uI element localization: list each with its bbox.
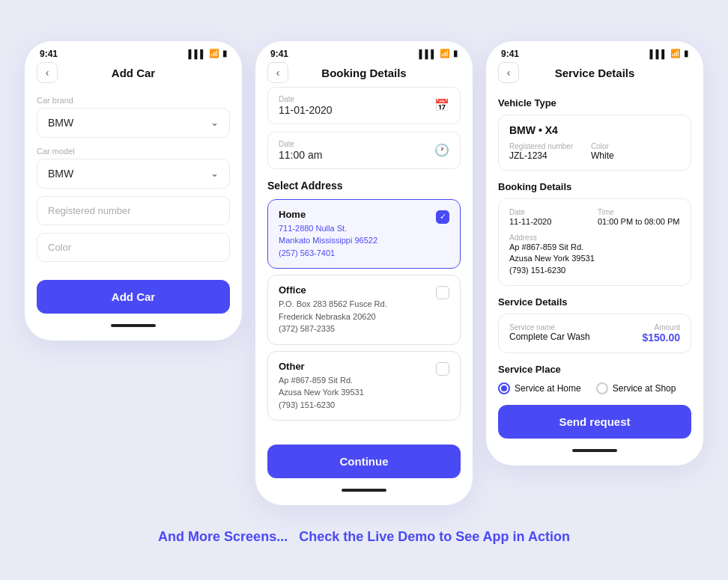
booking-time-item: Time 01:00 PM to 08:00 PM [598,208,680,228]
color-value-3: White [591,150,614,161]
address-other-text: Ap #867-859 Sit Rd.Azusa New York 39531(… [279,374,364,412]
wifi-icon-2: 📶 [440,49,450,58]
car-brand-dropdown[interactable]: BMW ⌄ [37,108,230,138]
back-button-1[interactable]: ‹ [37,62,58,83]
nav-bar-1: ‹ Add Car [25,62,242,87]
booking-date-label: Date [509,208,592,216]
date-label-2: Date [279,140,322,148]
status-bar-2: 9:41 ▌▌▌ 📶 ▮ [255,41,473,62]
booking-time-value: 01:00 PM to 08:00 PM [598,216,680,228]
address-card-office[interactable]: Office P.O. Box 283 8562 Fusce Rd.Freder… [267,275,461,345]
footer-text: And More Screens... Check the Live Demo … [143,520,585,561]
radio-shop[interactable]: Service at Shop [596,382,676,394]
reg-label: Registered number [509,142,573,150]
booking-details-heading: Booking Details [498,181,691,192]
address-other-checkbox[interactable] [436,362,449,376]
service-content: Vehicle Type BMW • X4 Registered number … [486,97,703,439]
screen-title-2: Booking Details [321,67,406,79]
booking-address-label: Address [509,233,680,242]
car-model-label: Car model [37,147,230,156]
status-icons-3: ▌▌▌ 📶 ▮ [650,49,688,58]
radio-home[interactable]: Service at Home [498,382,581,394]
address-other-details: Other Ap #867-859 Sit Rd.Azusa New York … [279,361,364,412]
date-value-1: 11-01-2020 [279,104,333,116]
amount-value: $150.00 [642,332,680,344]
vehicle-type-heading: Vehicle Type [498,97,691,109]
registered-placeholder: Registered number [48,205,131,216]
back-button-2[interactable]: ‹ [267,62,288,83]
booking-date-value: 11-11-2020 [509,216,592,228]
address-home-checkbox[interactable]: ✓ [436,210,449,224]
address-other-name: Other [279,361,364,372]
booking-card: Date 11-11-2020 Time 01:00 PM to 08:00 P… [498,198,691,287]
radio-home-label: Service at Home [515,383,581,394]
chevron-down-icon-model: ⌄ [210,168,219,179]
vehicle-card: BMW • X4 Registered number JZL-1234 Colo… [498,115,691,171]
home-indicator-1 [111,324,156,327]
add-car-content: Car brand BMW ⌄ Car model BMW ⌄ Register… [25,96,242,314]
send-request-button[interactable]: Send request [498,405,691,439]
color-label-3: Color [591,142,614,150]
address-home-text: 711-2880 Nulla St.Mankato Mississippi 96… [279,222,377,260]
time-2: 9:41 [270,49,288,59]
continue-button[interactable]: Continue [267,445,461,478]
booking-grid: Date 11-11-2020 Time 01:00 PM to 08:00 P… [509,208,680,228]
service-amount-col: Amount $150.00 [642,323,680,344]
nav-bar-3: ‹ Service Details [486,62,703,87]
service-name-value: Complete Car Wash [509,332,590,342]
signal-icon-3: ▌▌▌ [650,49,667,58]
select-address-title: Select Address [267,180,461,192]
date-field-inner-1: Date 11-01-2020 [279,95,333,116]
registered-number-input[interactable]: Registered number [37,196,230,225]
add-car-button[interactable]: Add Car [37,280,230,314]
booking-address-value: Ap #867-859 Sit Rd.Azusa New York 39531(… [509,242,680,276]
service-details-heading: Service Details [498,296,691,308]
screen-title-1: Add Car [112,67,155,79]
booking-content: Date 11-01-2020 📅 Date 11:00 am 🕐 Select… [255,87,473,479]
date-field-1[interactable]: Date 11-01-2020 📅 [267,87,461,124]
service-name-label: Service name [509,323,590,332]
status-icons-2: ▌▌▌ 📶 ▮ [419,49,458,58]
address-card-home[interactable]: Home 711-2880 Nulla St.Mankato Mississip… [267,199,461,269]
address-card-other[interactable]: Other Ap #867-859 Sit Rd.Azusa New York … [267,351,461,421]
chevron-down-icon-brand: ⌄ [210,117,219,128]
radio-inner-home [501,385,507,391]
radio-circle-home [498,382,510,394]
booking-date-item: Date 11-11-2020 [509,208,592,228]
radio-circle-shop [596,382,608,394]
status-bar-1: 9:41 ▌▌▌ 📶 ▮ [25,41,242,62]
wifi-icon-3: 📶 [670,49,681,58]
battery-icon-1: ▮ [222,49,227,58]
booking-time-label: Time [598,208,680,216]
color-input[interactable]: Color [37,233,230,262]
screen-title-3: Service Details [555,67,635,79]
car-model-dropdown[interactable]: BMW ⌄ [37,159,230,189]
signal-icon-2: ▌▌▌ [419,49,437,58]
radio-shop-label: Service at Shop [613,383,676,394]
car-brand-label: Car brand [37,96,230,105]
reg-value: JZL-1234 [509,150,573,161]
nav-bar-2: ‹ Booking Details [255,62,473,87]
address-office-text: P.O. Box 283 8562 Fusce Rd.Frederick Neb… [279,298,387,335]
date-field-inner-2: Date 11:00 am [279,140,322,161]
home-indicator-2 [342,489,386,492]
status-bar-3: 9:41 ▌▌▌ 📶 ▮ [486,41,703,62]
battery-icon-3: ▮ [684,49,688,58]
back-button-3[interactable]: ‹ [498,62,519,83]
date-field-2[interactable]: Date 11:00 am 🕐 [267,132,461,169]
car-brand-value: BMW [48,117,73,129]
service-place-options: Service at Home Service at Shop [498,382,691,394]
address-office-checkbox[interactable] [436,286,449,299]
address-office-name: Office [279,284,387,296]
time-1: 9:41 [40,49,58,59]
status-icons-1: ▌▌▌ 📶 ▮ [189,49,227,58]
vehicle-meta: Registered number JZL-1234 Color White [509,142,680,161]
screens-container: 9:41 ▌▌▌ 📶 ▮ ‹ Add Car Car brand BMW ⌄ C… [10,19,718,521]
time-3: 9:41 [501,49,519,59]
clock-icon: 🕐 [434,143,449,157]
phone-booking: 9:41 ▌▌▌ 📶 ▮ ‹ Booking Details Date 11-0… [255,41,473,506]
service-row: Service name Complete Car Wash Amount $1… [509,323,680,344]
phone-service: 9:41 ▌▌▌ 📶 ▮ ‹ Service Details Vehicle T… [486,41,703,466]
address-home-name: Home [279,209,377,220]
footer-part2: Check the Live Demo to See App in Action [299,529,570,544]
